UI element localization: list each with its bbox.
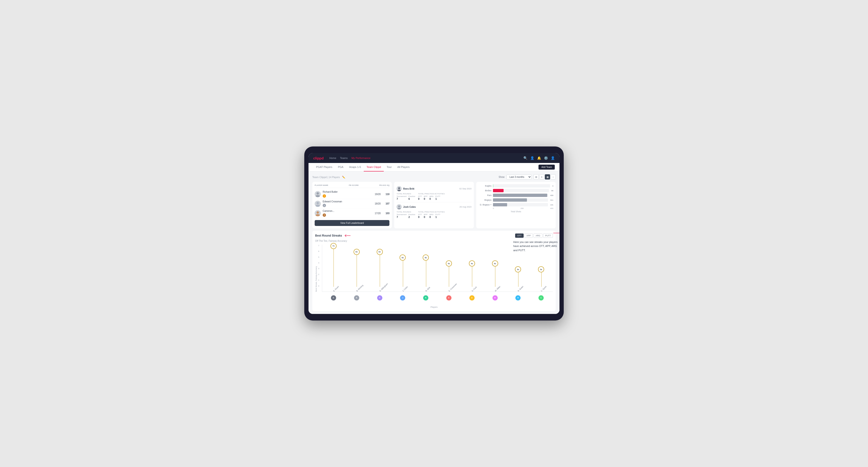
chart-value-pars: 499: [550, 194, 553, 196]
content-grid: PLAYER NAME PB SCORE PB AVG SQ Richard B…: [312, 182, 556, 228]
tab-hcaps[interactable]: Hcaps 1-5: [346, 163, 364, 172]
leaderboard-header: PLAYER NAME PB SCORE PB AVG SQ: [315, 184, 390, 188]
stat-date: 26 Aug 2023: [460, 206, 471, 208]
card-view-btn[interactable]: ▦: [545, 174, 550, 180]
practice-label: Practice: [408, 195, 415, 197]
detail-view-btn[interactable]: ↕: [551, 174, 556, 180]
player-name-label: R. Britt: [425, 286, 431, 292]
total-rounds-label: Total Rounds: [397, 193, 415, 195]
player-stat-row: Rees Britt 02 Sep 2023 Total Rounds Tour…: [397, 184, 471, 203]
svg-point-9: [398, 208, 401, 210]
filter-putt[interactable]: PUTT: [543, 234, 553, 238]
filter-app[interactable]: APP: [524, 234, 533, 238]
player-avatar-bottom: E: [446, 295, 452, 301]
table-row[interactable]: Richard Butler 1 19/20 110: [315, 189, 390, 199]
avatar[interactable]: 👤: [551, 156, 555, 160]
avatar: [397, 204, 402, 210]
chart-value-bogeys: 311: [550, 199, 553, 201]
player-avatar-bottom: M: [493, 295, 498, 301]
player-name-label: B. McHerg: [356, 284, 364, 292]
streak-line: [426, 261, 426, 286]
edit-icon[interactable]: ✏️: [342, 176, 345, 179]
time-range-dropdown[interactable]: Last 3 months Last 6 months Last 12 mont…: [506, 175, 532, 180]
total-rounds-label: Total Rounds: [397, 211, 415, 213]
chart-bar-birdies: [493, 189, 503, 192]
table-row[interactable]: Edward Crossman 2 18/20 107: [315, 199, 390, 209]
grid-view-btn[interactable]: ⊞: [533, 174, 539, 180]
chart-value-eagles: 3: [552, 185, 553, 187]
streak-dot: 4x: [469, 260, 475, 267]
tournament-group: Tournament 7: [397, 195, 406, 200]
streak-dot: 4x: [446, 260, 452, 267]
chart-bar-container: [493, 189, 549, 192]
player-avg: 103: [382, 212, 390, 215]
x-tick-200: 200: [521, 207, 524, 210]
app-group: APP 0: [424, 195, 427, 200]
player-score: 19/20: [373, 193, 382, 195]
filter-arg[interactable]: ARG: [533, 234, 542, 238]
title-arrow-group: Best Round Streaks: [315, 234, 351, 238]
list-view-btn[interactable]: ≡: [539, 174, 545, 180]
practice-activities-label: Total Practice Activities: [418, 211, 445, 213]
rank-badge: 2: [323, 204, 326, 207]
player-name: Richard Butler: [323, 191, 373, 193]
player-avatar-bottom: R: [516, 295, 521, 301]
col-player-name: PLAYER NAME: [315, 184, 328, 186]
streak-dot: 3x: [515, 266, 521, 272]
view-icons: ⊞ ≡ ▦ ↕: [533, 174, 556, 180]
nav-icons: 🔍 👤 🔔 ⚙️ 👤: [523, 156, 555, 160]
nav-teams[interactable]: Teams: [340, 156, 348, 160]
chart-bars: Eagles 3 Birdies 96: [478, 184, 553, 206]
tab-pga[interactable]: PGA: [335, 163, 346, 172]
streak-line: [495, 267, 495, 287]
tab-pgat-players[interactable]: PGAT Players: [313, 163, 335, 172]
player-name-label: E. Crossman: [448, 283, 457, 292]
tournament-group: Tournament 7: [397, 214, 406, 218]
show-label: Show: [499, 176, 504, 178]
tab-team-clippd[interactable]: Team Clippd: [364, 163, 384, 172]
bar-chart-card: Eagles 3 Birdies 96: [476, 182, 556, 228]
nav-my-performance[interactable]: My Performance: [351, 156, 371, 160]
search-icon[interactable]: 🔍: [523, 156, 527, 160]
nav-home[interactable]: Home: [329, 156, 336, 160]
add-team-button[interactable]: Add Team: [538, 165, 555, 169]
player-name-label: D. Ford: [471, 286, 477, 292]
player-avatar-bottom: D: [377, 295, 382, 301]
arrow-right-icon: [553, 231, 559, 236]
player-stat-row: Josh Coles 26 Aug 2023 Total Rounds Tour…: [397, 203, 471, 220]
streak-dot: 6x: [377, 249, 383, 255]
chart-x-label: Total Shots: [478, 210, 553, 213]
settings-icon[interactable]: ⚙️: [544, 156, 548, 160]
streak-line: [541, 272, 541, 287]
chart-label-eagles: Eagles: [478, 185, 492, 187]
user-icon[interactable]: 👤: [530, 156, 534, 160]
chart-bar-container: [493, 203, 548, 206]
chart-bar-bogeys: [493, 198, 527, 201]
stat-cols: Total Rounds Tournament 7 Practice 6: [397, 193, 471, 200]
rank-badge: 1: [323, 194, 326, 198]
y-ticks: 7 6 5 4 3 2 1 0: [318, 245, 322, 292]
filter-ott[interactable]: OTT: [515, 234, 524, 238]
svg-point-5: [316, 214, 320, 216]
team-title-group: Team Clippd | 14 Players ✏️: [312, 175, 345, 179]
svg-point-4: [316, 211, 319, 214]
chart-row-pars: Pars 499: [478, 194, 553, 197]
player-avatar-bottom: C: [538, 295, 544, 301]
chart-bar-pars: [493, 194, 548, 197]
arrow-left-icon: [344, 234, 351, 238]
x-tick-0: 0: [493, 207, 494, 210]
svg-point-1: [316, 195, 320, 197]
nav-links: Home Teams My Performance: [329, 156, 523, 160]
view-leaderboard-button[interactable]: View Full Leaderboard: [315, 220, 390, 226]
table-row[interactable]: Cameron... 3 17/20 103: [315, 209, 390, 218]
col-pb-score: PB SCORE: [349, 184, 359, 186]
navigation: clippd Home Teams My Performance 🔍 👤 🔔 ⚙…: [309, 153, 559, 163]
tab-tour[interactable]: Tour: [384, 163, 394, 172]
streak-dot: 5x: [423, 254, 429, 261]
ott-group: OTT 0: [418, 214, 422, 218]
player-score: 17/20: [373, 212, 382, 215]
y-tick-5: 5: [318, 256, 322, 258]
bell-icon[interactable]: 🔔: [537, 156, 541, 160]
tab-all-players[interactable]: All Players: [395, 163, 412, 172]
chart-value-dbogeys: 131: [550, 204, 553, 206]
